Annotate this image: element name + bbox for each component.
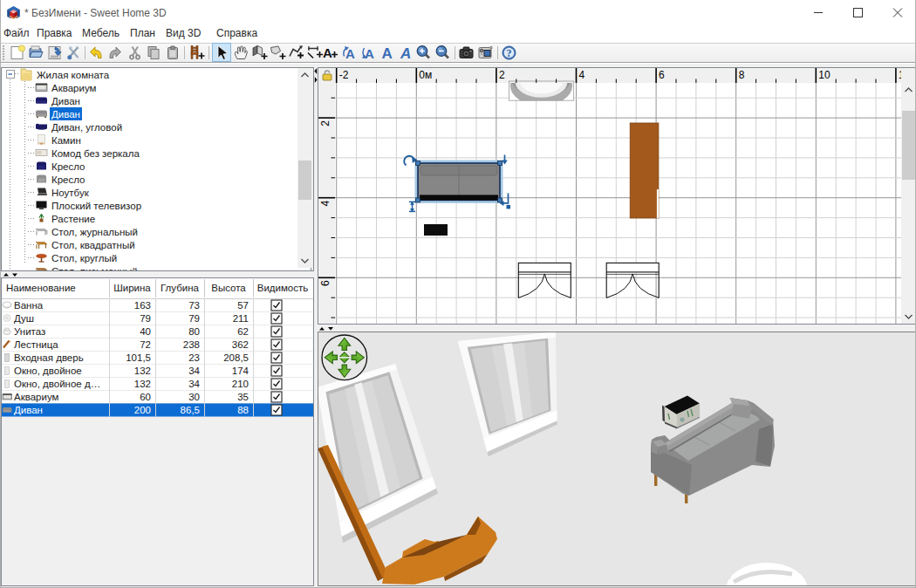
- svg-text:-2: -2: [339, 69, 349, 81]
- svg-text:73: 73: [188, 300, 200, 311]
- svg-text:57: 57: [237, 300, 249, 311]
- svg-text:163: 163: [134, 300, 151, 311]
- svg-text:Лестница: Лестница: [14, 339, 58, 350]
- svg-text:6: 6: [319, 280, 332, 286]
- svg-text:Диван, угловой: Диван, угловой: [51, 122, 122, 133]
- svg-text:200: 200: [134, 405, 151, 415]
- svg-text:Диван: Диван: [14, 405, 43, 415]
- svg-text:208,5: 208,5: [223, 352, 249, 363]
- svg-text:Жилая комната: Жилая комната: [37, 70, 110, 80]
- svg-text:23: 23: [188, 352, 200, 363]
- svg-text:Видимость: Видимость: [257, 283, 309, 293]
- svg-text:Глубина: Глубина: [161, 283, 200, 293]
- svg-text:A: A: [365, 46, 374, 61]
- svg-text:Кресло: Кресло: [51, 174, 85, 185]
- svg-text:Стол, журнальный: Стол, журнальный: [51, 227, 138, 237]
- svg-text:8: 8: [739, 69, 745, 81]
- svg-text:60: 60: [140, 392, 151, 402]
- svg-text:34: 34: [188, 366, 200, 376]
- svg-text:4: 4: [319, 200, 332, 206]
- svg-text:Унитаз: Унитаз: [14, 326, 45, 337]
- svg-text:34: 34: [188, 379, 200, 389]
- svg-text:Стол, квадратный: Стол, квадратный: [51, 240, 135, 250]
- svg-text:2: 2: [499, 69, 505, 81]
- svg-text:Диван: Диван: [51, 109, 80, 120]
- svg-text:72: 72: [140, 339, 151, 350]
- svg-text:Окно, двойное д…: Окно, двойное д…: [14, 379, 100, 389]
- svg-text:A: A: [382, 45, 393, 62]
- svg-text:Диван: Диван: [51, 96, 80, 106]
- svg-text:Окно, двойное: Окно, двойное: [14, 366, 82, 376]
- svg-text:40: 40: [140, 326, 151, 337]
- svg-text:Аквариум: Аквариум: [51, 83, 97, 93]
- svg-text:Высота: Высота: [211, 283, 246, 293]
- svg-text:A: A: [323, 45, 332, 60]
- svg-text:Плоский телевизор: Плоский телевизор: [51, 201, 141, 211]
- svg-text:Ванна: Ванна: [14, 300, 44, 311]
- svg-text:Наименование: Наименование: [6, 283, 76, 293]
- svg-text:238: 238: [183, 339, 200, 350]
- svg-text:211: 211: [233, 313, 249, 324]
- svg-text:Кресло: Кресло: [51, 161, 85, 172]
- svg-text:6: 6: [659, 69, 665, 81]
- svg-text:4: 4: [579, 69, 585, 81]
- svg-text:Душ: Душ: [14, 313, 34, 324]
- svg-text:79: 79: [140, 313, 151, 324]
- svg-text:?: ?: [507, 47, 512, 59]
- svg-text:62: 62: [237, 326, 249, 337]
- svg-text:10: 10: [818, 69, 831, 81]
- svg-text:88: 88: [237, 405, 249, 415]
- svg-text:210: 210: [232, 379, 249, 389]
- svg-text:Комод без зеркала: Комод без зеркала: [51, 148, 140, 159]
- svg-text:A: A: [400, 45, 411, 62]
- svg-text:132: 132: [134, 366, 151, 376]
- svg-text:2: 2: [319, 120, 332, 126]
- svg-text:101,5: 101,5: [126, 352, 151, 363]
- svg-text:Стол, круглый: Стол, круглый: [51, 253, 117, 263]
- svg-text:0м: 0м: [419, 69, 432, 81]
- svg-text:Камин: Камин: [51, 135, 81, 146]
- svg-text:80: 80: [188, 326, 200, 337]
- svg-text:Растение: Растение: [51, 214, 95, 224]
- svg-text:Ноутбук: Ноутбук: [51, 188, 90, 198]
- svg-text:30: 30: [188, 392, 200, 402]
- svg-text:132: 132: [134, 379, 151, 389]
- svg-text:174: 174: [232, 366, 250, 376]
- svg-text:Ширина: Ширина: [113, 283, 151, 293]
- svg-text:86,5: 86,5: [181, 405, 200, 415]
- svg-text:35: 35: [237, 392, 249, 402]
- svg-text:79: 79: [188, 313, 200, 324]
- svg-text:362: 362: [232, 339, 249, 350]
- svg-text:Аквариум: Аквариум: [14, 392, 59, 402]
- svg-text:Входная дверь: Входная дверь: [14, 352, 84, 363]
- svg-text:Стол, письменный: Стол, письменный: [51, 266, 138, 272]
